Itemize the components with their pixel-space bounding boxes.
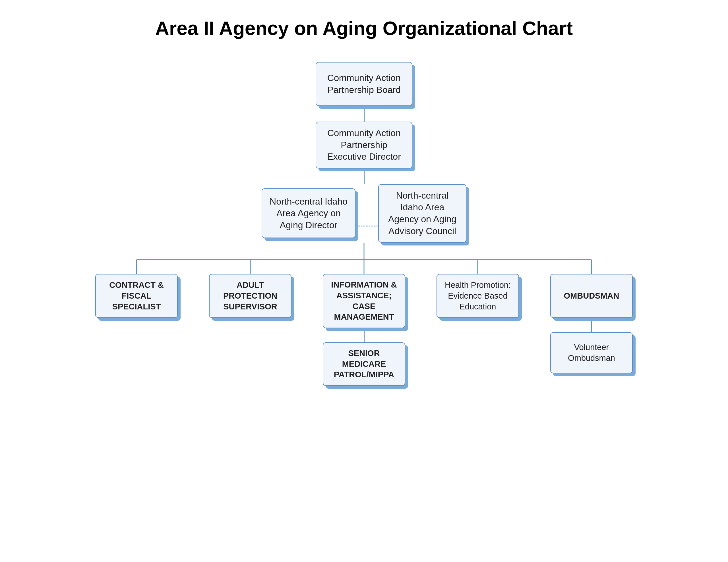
- info-col: INFORMATION & ASSISTANCE; CASE MANAGEMEN…: [321, 274, 407, 386]
- ombudsman-label: OMBUDSMAN: [564, 290, 619, 301]
- board-box-wrap: Community Action Partnership Board: [316, 62, 412, 106]
- board-box: Community Action Partnership Board: [316, 62, 412, 106]
- level4-row: CONTRACT & FISCAL SPECIALIST ADULT PROTE…: [94, 274, 634, 386]
- exec-box: Community Action Partnership Executive D…: [316, 122, 412, 169]
- senior-box: SENIOR MEDICARE PATROL/MIPPA: [323, 342, 405, 386]
- info-label: INFORMATION & ASSISTANCE; CASE MANAGEMEN…: [330, 280, 398, 322]
- health-box-wrap: Health Promotion: Evidence Based Educati…: [437, 274, 519, 318]
- volunteer-box: Volunteer Ombudsman: [550, 332, 633, 373]
- adult-box-wrap: ADULT PROTECTION SUPERVISOR: [209, 274, 291, 318]
- senior-label: SENIOR MEDICARE PATROL/MIPPA: [330, 348, 398, 380]
- org-chart: Community Action Partnership Board Commu…: [11, 62, 717, 386]
- volunteer-label: Volunteer Ombudsman: [557, 342, 626, 363]
- advisory-box-wrap: North-central Idaho Area Agency on Aging…: [378, 184, 466, 243]
- senior-box-wrap: SENIOR MEDICARE PATROL/MIPPA: [323, 342, 405, 386]
- exec-box-wrap: Community Action Partnership Executive D…: [316, 122, 412, 169]
- dashed-line: [355, 226, 378, 227]
- adult-box: ADULT PROTECTION SUPERVISOR: [209, 274, 291, 318]
- director-label: North-central Idaho Area Agency on Aging…: [268, 196, 349, 231]
- info-box: INFORMATION & ASSISTANCE; CASE MANAGEMEN…: [323, 274, 405, 328]
- ombudsman-box: OMBUDSMAN: [550, 274, 633, 318]
- volunteer-box-wrap: Volunteer Ombudsman: [550, 332, 633, 373]
- ombudsman-box-wrap: OMBUDSMAN: [550, 274, 633, 318]
- health-label: Health Promotion: Evidence Based Educati…: [443, 280, 512, 312]
- adult-col: ADULT PROTECTION SUPERVISOR: [208, 274, 293, 318]
- director-box: North-central Idaho Area Agency on Aging…: [262, 188, 355, 238]
- contract-box: CONTRACT & FISCAL SPECIALIST: [95, 274, 178, 318]
- director-box-wrap: North-central Idaho Area Agency on Aging…: [262, 188, 355, 238]
- exec-label: Community Action Partnership Executive D…: [322, 127, 406, 163]
- contract-col: CONTRACT & FISCAL SPECIALIST: [94, 274, 179, 318]
- branch-svg: [94, 243, 634, 274]
- info-box-wrap: INFORMATION & ASSISTANCE; CASE MANAGEMEN…: [323, 274, 405, 328]
- ombudsman-col: OMBUDSMAN Volunteer Ombudsman: [549, 274, 634, 373]
- contract-label: CONTRACT & FISCAL SPECIALIST: [102, 280, 171, 312]
- adult-label: ADULT PROTECTION SUPERVISOR: [216, 280, 285, 312]
- director-row: North-central Idaho Area Agency on Aging…: [262, 184, 466, 243]
- health-col: Health Promotion: Evidence Based Educati…: [435, 274, 520, 318]
- contract-box-wrap: CONTRACT & FISCAL SPECIALIST: [95, 274, 178, 318]
- health-box: Health Promotion: Evidence Based Educati…: [437, 274, 519, 318]
- page-title: Area II Agency on Aging Organizational C…: [155, 17, 573, 39]
- advisory-box: North-central Idaho Area Agency on Aging…: [378, 184, 466, 243]
- advisory-label: North-central Idaho Area Agency on Aging…: [385, 190, 460, 237]
- board-label: Community Action Partnership Board: [322, 72, 406, 96]
